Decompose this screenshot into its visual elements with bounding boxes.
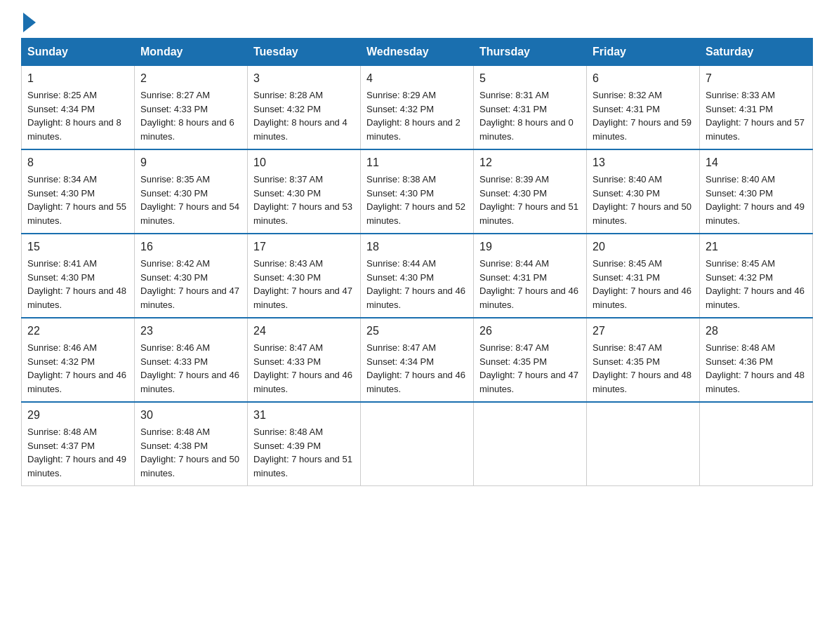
calendar-day-cell: 28 Sunrise: 8:48 AMSunset: 4:36 PMDaylig… xyxy=(700,318,813,402)
day-number: 13 xyxy=(593,154,694,171)
calendar-day-cell: 8 Sunrise: 8:34 AMSunset: 4:30 PMDayligh… xyxy=(22,149,135,234)
day-info: Sunrise: 8:40 AMSunset: 4:30 PMDaylight:… xyxy=(593,174,691,226)
calendar-day-cell: 25 Sunrise: 8:47 AMSunset: 4:34 PMDaylig… xyxy=(361,318,474,402)
day-number: 12 xyxy=(479,154,581,171)
calendar-day-cell: 30 Sunrise: 8:48 AMSunset: 4:38 PMDaylig… xyxy=(135,402,248,486)
calendar-day-cell: 21 Sunrise: 8:45 AMSunset: 4:32 PMDaylig… xyxy=(700,234,813,318)
weekday-header-tuesday: Tuesday xyxy=(248,39,361,66)
calendar-week-row: 8 Sunrise: 8:34 AMSunset: 4:30 PMDayligh… xyxy=(22,149,813,234)
day-info: Sunrise: 8:46 AMSunset: 4:33 PMDaylight:… xyxy=(140,342,239,394)
day-info: Sunrise: 8:38 AMSunset: 4:30 PMDaylight:… xyxy=(366,174,465,226)
day-number: 18 xyxy=(366,239,468,255)
day-number: 26 xyxy=(479,323,581,340)
day-info: Sunrise: 8:48 AMSunset: 4:39 PMDaylight:… xyxy=(253,427,352,478)
calendar-day-cell: 13 Sunrise: 8:40 AMSunset: 4:30 PMDaylig… xyxy=(587,149,700,234)
day-number: 4 xyxy=(366,70,468,87)
header-row: SundayMondayTuesdayWednesdayThursdayFrid… xyxy=(22,39,813,66)
day-number: 11 xyxy=(366,154,468,171)
day-info: Sunrise: 8:47 AMSunset: 4:34 PMDaylight:… xyxy=(366,342,465,394)
day-number: 10 xyxy=(253,154,355,171)
day-info: Sunrise: 8:32 AMSunset: 4:31 PMDaylight:… xyxy=(593,90,691,142)
day-info: Sunrise: 8:28 AMSunset: 4:32 PMDaylight:… xyxy=(253,90,348,142)
weekday-header-friday: Friday xyxy=(587,39,700,66)
logo-arrow-icon xyxy=(23,13,36,32)
day-number: 22 xyxy=(27,323,128,340)
day-number: 17 xyxy=(253,239,355,255)
calendar-day-cell: 9 Sunrise: 8:35 AMSunset: 4:30 PMDayligh… xyxy=(135,149,248,234)
day-number: 2 xyxy=(140,70,241,87)
day-info: Sunrise: 8:45 AMSunset: 4:32 PMDaylight:… xyxy=(706,258,805,310)
calendar-day-cell: 31 Sunrise: 8:48 AMSunset: 4:39 PMDaylig… xyxy=(248,402,361,486)
calendar-body: 1 Sunrise: 8:25 AMSunset: 4:34 PMDayligh… xyxy=(22,66,813,486)
day-info: Sunrise: 8:37 AMSunset: 4:30 PMDaylight:… xyxy=(253,174,352,226)
day-number: 7 xyxy=(706,70,807,87)
day-info: Sunrise: 8:29 AMSunset: 4:32 PMDaylight:… xyxy=(366,90,461,142)
calendar-week-row: 15 Sunrise: 8:41 AMSunset: 4:30 PMDaylig… xyxy=(22,234,813,318)
day-number: 5 xyxy=(479,70,581,87)
weekday-header-saturday: Saturday xyxy=(700,39,813,66)
calendar-day-cell: 17 Sunrise: 8:43 AMSunset: 4:30 PMDaylig… xyxy=(248,234,361,318)
calendar-day-cell xyxy=(587,402,700,486)
calendar-week-row: 22 Sunrise: 8:46 AMSunset: 4:32 PMDaylig… xyxy=(22,318,813,402)
day-number: 21 xyxy=(706,239,807,255)
calendar-day-cell: 20 Sunrise: 8:45 AMSunset: 4:31 PMDaylig… xyxy=(587,234,700,318)
day-number: 30 xyxy=(140,407,241,424)
day-info: Sunrise: 8:47 AMSunset: 4:35 PMDaylight:… xyxy=(593,342,691,394)
calendar-day-cell: 7 Sunrise: 8:33 AMSunset: 4:31 PMDayligh… xyxy=(700,66,813,150)
calendar-day-cell: 26 Sunrise: 8:47 AMSunset: 4:35 PMDaylig… xyxy=(474,318,587,402)
day-number: 16 xyxy=(140,239,241,255)
calendar-week-row: 29 Sunrise: 8:48 AMSunset: 4:37 PMDaylig… xyxy=(22,402,813,486)
calendar-day-cell: 15 Sunrise: 8:41 AMSunset: 4:30 PMDaylig… xyxy=(22,234,135,318)
calendar-day-cell xyxy=(474,402,587,486)
day-info: Sunrise: 8:47 AMSunset: 4:35 PMDaylight:… xyxy=(479,342,578,394)
calendar-day-cell: 22 Sunrise: 8:46 AMSunset: 4:32 PMDaylig… xyxy=(22,318,135,402)
calendar-day-cell: 27 Sunrise: 8:47 AMSunset: 4:35 PMDaylig… xyxy=(587,318,700,402)
calendar-day-cell: 16 Sunrise: 8:42 AMSunset: 4:30 PMDaylig… xyxy=(135,234,248,318)
calendar-day-cell: 10 Sunrise: 8:37 AMSunset: 4:30 PMDaylig… xyxy=(248,149,361,234)
day-info: Sunrise: 8:41 AMSunset: 4:30 PMDaylight:… xyxy=(27,258,126,310)
day-info: Sunrise: 8:43 AMSunset: 4:30 PMDaylight:… xyxy=(253,258,352,310)
weekday-header-sunday: Sunday xyxy=(22,39,135,66)
day-number: 25 xyxy=(366,323,468,340)
weekday-header-wednesday: Wednesday xyxy=(361,39,474,66)
day-info: Sunrise: 8:44 AMSunset: 4:30 PMDaylight:… xyxy=(366,258,465,310)
day-number: 31 xyxy=(253,407,355,424)
day-info: Sunrise: 8:45 AMSunset: 4:31 PMDaylight:… xyxy=(593,258,691,310)
day-info: Sunrise: 8:48 AMSunset: 4:36 PMDaylight:… xyxy=(706,342,805,394)
calendar-day-cell: 14 Sunrise: 8:40 AMSunset: 4:30 PMDaylig… xyxy=(700,149,813,234)
calendar-week-row: 1 Sunrise: 8:25 AMSunset: 4:34 PMDayligh… xyxy=(22,66,813,150)
calendar-day-cell: 23 Sunrise: 8:46 AMSunset: 4:33 PMDaylig… xyxy=(135,318,248,402)
calendar-day-cell: 12 Sunrise: 8:39 AMSunset: 4:30 PMDaylig… xyxy=(474,149,587,234)
day-info: Sunrise: 8:33 AMSunset: 4:31 PMDaylight:… xyxy=(706,90,805,142)
day-info: Sunrise: 8:47 AMSunset: 4:33 PMDaylight:… xyxy=(253,342,352,394)
day-number: 8 xyxy=(27,154,128,171)
day-number: 9 xyxy=(140,154,241,171)
day-info: Sunrise: 8:40 AMSunset: 4:30 PMDaylight:… xyxy=(706,174,805,226)
calendar-day-cell: 18 Sunrise: 8:44 AMSunset: 4:30 PMDaylig… xyxy=(361,234,474,318)
calendar-day-cell: 24 Sunrise: 8:47 AMSunset: 4:33 PMDaylig… xyxy=(248,318,361,402)
weekday-header-thursday: Thursday xyxy=(474,39,587,66)
day-number: 27 xyxy=(593,323,694,340)
day-info: Sunrise: 8:42 AMSunset: 4:30 PMDaylight:… xyxy=(140,258,239,310)
page-header xyxy=(21,14,813,31)
weekday-header-monday: Monday xyxy=(135,39,248,66)
calendar-day-cell: 2 Sunrise: 8:27 AMSunset: 4:33 PMDayligh… xyxy=(135,66,248,150)
day-info: Sunrise: 8:34 AMSunset: 4:30 PMDaylight:… xyxy=(27,174,126,226)
calendar-table: SundayMondayTuesdayWednesdayThursdayFrid… xyxy=(21,38,813,486)
calendar-day-cell: 11 Sunrise: 8:38 AMSunset: 4:30 PMDaylig… xyxy=(361,149,474,234)
calendar-day-cell: 5 Sunrise: 8:31 AMSunset: 4:31 PMDayligh… xyxy=(474,66,587,150)
day-info: Sunrise: 8:35 AMSunset: 4:30 PMDaylight:… xyxy=(140,174,239,226)
day-info: Sunrise: 8:48 AMSunset: 4:38 PMDaylight:… xyxy=(140,427,239,478)
day-info: Sunrise: 8:48 AMSunset: 4:37 PMDaylight:… xyxy=(27,427,126,478)
day-number: 29 xyxy=(27,407,128,424)
calendar-day-cell xyxy=(361,402,474,486)
logo xyxy=(21,14,36,31)
calendar-day-cell xyxy=(700,402,813,486)
day-info: Sunrise: 8:31 AMSunset: 4:31 PMDaylight:… xyxy=(479,90,574,142)
calendar-header: SundayMondayTuesdayWednesdayThursdayFrid… xyxy=(22,39,813,66)
day-number: 24 xyxy=(253,323,355,340)
day-number: 19 xyxy=(479,239,581,255)
day-info: Sunrise: 8:25 AMSunset: 4:34 PMDaylight:… xyxy=(27,90,121,142)
calendar-day-cell: 4 Sunrise: 8:29 AMSunset: 4:32 PMDayligh… xyxy=(361,66,474,150)
day-number: 23 xyxy=(140,323,241,340)
